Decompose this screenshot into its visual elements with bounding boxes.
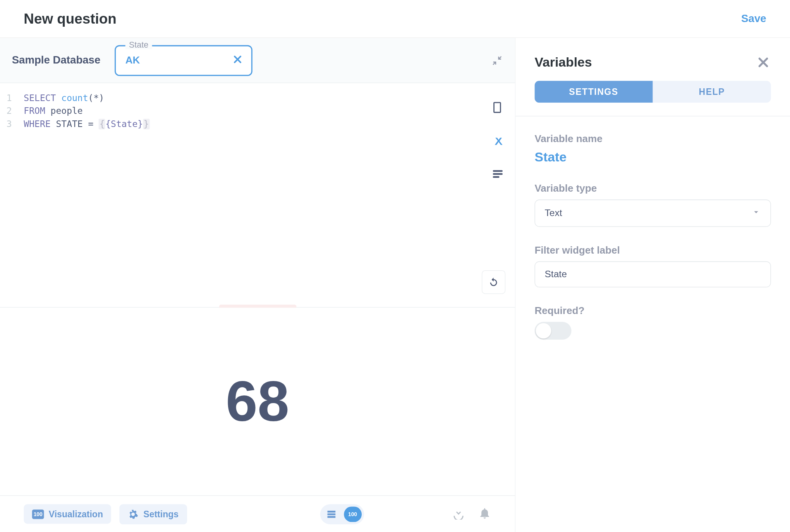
svg-rect-2: [493, 176, 500, 178]
run-query-button[interactable]: [482, 270, 505, 294]
svg-rect-0: [493, 170, 503, 172]
tab-help[interactable]: HELP: [653, 81, 771, 103]
filter-chip-value: AK: [125, 54, 234, 66]
save-button[interactable]: Save: [741, 12, 766, 25]
filter-widget-label-label: Filter widget label: [534, 245, 771, 257]
gear-icon: [128, 509, 139, 520]
clear-filter-icon[interactable]: [234, 54, 242, 67]
database-selector[interactable]: Sample Database: [12, 54, 101, 67]
settings-button[interactable]: Settings: [120, 504, 187, 524]
editor-code[interactable]: SELECT count(*) FROM people WHERE STATE …: [24, 83, 149, 307]
variables-icon[interactable]: [491, 134, 504, 148]
table-view-button[interactable]: [322, 506, 340, 522]
required-toggle[interactable]: [534, 322, 571, 340]
download-icon[interactable]: [452, 506, 465, 522]
bell-icon[interactable]: [478, 506, 491, 522]
query-bar: Sample Database State AK: [0, 38, 515, 83]
chevron-down-icon: [751, 207, 761, 219]
tab-settings[interactable]: SETTINGS: [534, 81, 653, 103]
page-title: New question: [24, 10, 116, 27]
close-icon[interactable]: [758, 56, 771, 69]
editor-resize-handle[interactable]: [219, 305, 296, 308]
filter-chip-label: State: [125, 39, 152, 49]
filter-widget-label-input[interactable]: [534, 261, 771, 287]
svg-rect-1: [493, 173, 503, 175]
view-mode-toggle[interactable]: 100: [320, 504, 364, 524]
snippets-icon[interactable]: [491, 168, 504, 181]
result-scalar: 68: [226, 369, 289, 434]
variable-type-select[interactable]: Text: [534, 199, 771, 227]
variable-type-label: Variable type: [534, 183, 771, 195]
variable-name-value: State: [534, 150, 771, 165]
scalar-view-button[interactable]: 100: [343, 506, 361, 522]
contract-icon[interactable]: [491, 54, 503, 66]
header: New question Save: [0, 0, 790, 38]
footer: 100 Visualization Settings 100: [0, 495, 515, 532]
panel-title: Variables: [534, 55, 592, 70]
variable-name-label: Variable name: [534, 133, 771, 145]
editor-gutter: 1 2 3: [0, 83, 24, 307]
data-reference-icon[interactable]: [491, 101, 504, 114]
result-area: 68: [0, 308, 515, 496]
required-label: Required?: [534, 305, 771, 317]
visualization-button[interactable]: 100 Visualization: [24, 504, 111, 524]
variables-panel: Variables SETTINGS HELP Variable name St…: [515, 38, 790, 532]
sql-editor[interactable]: 1 2 3 SELECT count(*) FROM people WHERE …: [0, 83, 515, 308]
chart-icon: 100: [32, 509, 44, 519]
filter-chip-state[interactable]: State AK: [115, 45, 252, 76]
